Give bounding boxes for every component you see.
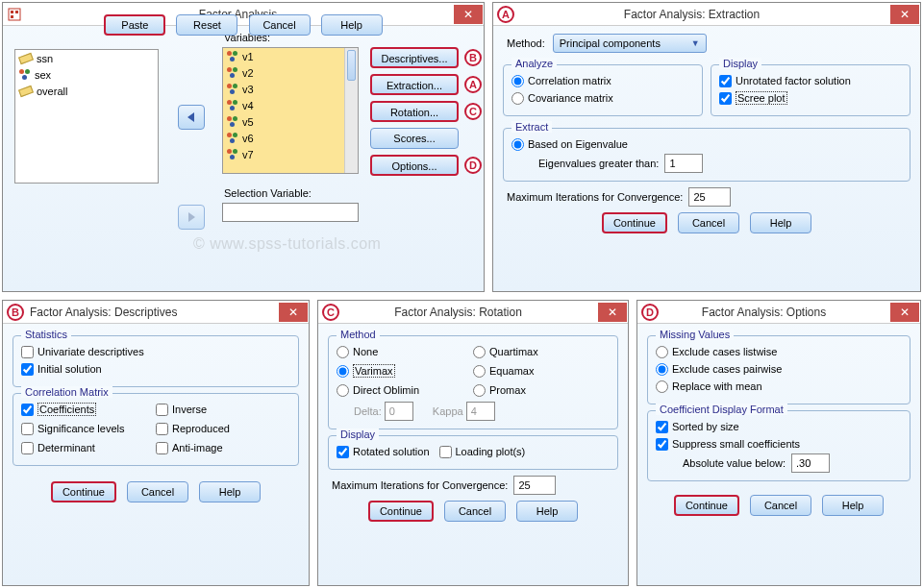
- determinant-check[interactable]: Determinant: [21, 440, 156, 455]
- correlation-matrix-radio[interactable]: Correlation matrix: [511, 73, 694, 88]
- list-item-label: v2: [242, 67, 254, 79]
- coefficients-check[interactable]: Coefficients: [21, 402, 156, 417]
- statistics-legend: Statistics: [21, 329, 71, 340]
- help-button[interactable]: Help: [750, 212, 811, 233]
- eigenvalue-input[interactable]: [664, 154, 703, 173]
- list-item[interactable]: ssn: [15, 50, 158, 66]
- significance-levels-check[interactable]: Significance levels: [21, 421, 156, 436]
- inverse-check[interactable]: Inverse: [156, 402, 290, 417]
- button-label: Descriptives...: [381, 53, 447, 64]
- max-iterations-input[interactable]: [513, 476, 556, 495]
- titlebar: A Factor Analysis: Extraction ✕: [493, 3, 920, 26]
- svg-rect-1: [11, 11, 13, 13]
- button-label: Reset: [193, 19, 221, 31]
- promax-radio[interactable]: Promax: [473, 382, 610, 398]
- badge-c: C: [464, 103, 482, 120]
- continue-button[interactable]: Continue: [51, 481, 116, 502]
- selection-variable-label: Selection Variable:: [224, 187, 312, 199]
- option-label: Initial solution: [37, 363, 102, 375]
- list-item[interactable]: v3: [223, 81, 358, 97]
- none-radio[interactable]: None: [337, 344, 473, 359]
- close-icon[interactable]: ✕: [890, 303, 919, 322]
- close-icon[interactable]: ✕: [279, 303, 308, 322]
- list-item-label: v7: [242, 149, 254, 160]
- option-label: Unrotated factor solution: [736, 75, 851, 86]
- max-iterations-input[interactable]: [688, 187, 731, 207]
- method-combo[interactable]: Principal components ▼: [553, 34, 707, 53]
- cancel-button[interactable]: Cancel: [249, 14, 311, 36]
- univariate-descriptives-check[interactable]: Univariate descriptives: [21, 344, 290, 359]
- cancel-button[interactable]: Cancel: [678, 212, 739, 233]
- continue-button[interactable]: Continue: [674, 495, 739, 516]
- selection-variable-input[interactable]: [222, 203, 359, 222]
- list-item[interactable]: v7: [223, 146, 358, 162]
- continue-button[interactable]: Continue: [602, 212, 667, 233]
- rotated-solution-check[interactable]: Rotated solution: [337, 444, 430, 459]
- nominal-icon: [227, 51, 238, 62]
- list-item[interactable]: v4: [223, 97, 358, 113]
- button-label: Continue: [613, 217, 656, 229]
- covariance-matrix-radio[interactable]: Covariance matrix: [511, 90, 694, 106]
- option-label: None: [353, 346, 378, 357]
- move-variable-button[interactable]: [178, 105, 205, 130]
- descriptives-button[interactable]: Descriptives...: [370, 47, 459, 68]
- option-label: Promax: [489, 384, 526, 396]
- close-icon[interactable]: ✕: [598, 303, 627, 322]
- list-item[interactable]: v5: [223, 113, 358, 130]
- badge-b: B: [7, 304, 24, 321]
- absolute-value-input[interactable]: [791, 453, 830, 473]
- cancel-button[interactable]: Cancel: [127, 481, 188, 502]
- paste-button[interactable]: Paste: [104, 14, 165, 36]
- target-variable-list[interactable]: v1 v2 v3 v4 v5 v6 v7: [222, 47, 359, 174]
- list-item[interactable]: v1: [223, 48, 358, 64]
- exclude-pairwise-radio[interactable]: Exclude cases pairwise: [656, 361, 902, 377]
- loading-plots-check[interactable]: Loading plot(s): [439, 444, 526, 459]
- reset-button[interactable]: Reset: [176, 14, 237, 36]
- scrollbar[interactable]: [344, 48, 358, 173]
- direct-oblimin-radio[interactable]: Direct Oblimin: [337, 382, 473, 398]
- varimax-radio[interactable]: Varimax: [337, 363, 473, 379]
- option-label: Covariance matrix: [528, 92, 613, 104]
- button-label: Continue: [62, 486, 105, 498]
- cancel-button[interactable]: Cancel: [444, 501, 506, 522]
- rotation-button[interactable]: Rotation...: [370, 101, 459, 122]
- option-label: Determinant: [37, 442, 95, 453]
- suppress-small-check[interactable]: Suppress small coefficients: [656, 436, 902, 452]
- option-label: Scree plot: [736, 91, 787, 105]
- source-variable-list[interactable]: ssn sex overall: [14, 49, 159, 184]
- list-item[interactable]: overall: [15, 83, 158, 99]
- list-item[interactable]: v6: [223, 130, 358, 146]
- sorted-by-size-check[interactable]: Sorted by size: [656, 419, 902, 434]
- badge-a: A: [497, 6, 514, 23]
- equamax-radio[interactable]: Equamax: [473, 363, 610, 379]
- option-label: Exclude cases pairwise: [672, 363, 782, 375]
- unrotated-solution-check[interactable]: Unrotated factor solution: [719, 73, 902, 88]
- titlebar: D Factor Analysis: Options ✕: [637, 301, 920, 324]
- kappa-input: [466, 402, 495, 421]
- option-label: Univariate descriptives: [37, 346, 144, 357]
- initial-solution-check[interactable]: Initial solution: [21, 361, 290, 377]
- move-selection-button[interactable]: [178, 205, 205, 230]
- extraction-button[interactable]: Extraction...: [370, 74, 459, 95]
- scree-plot-check[interactable]: Scree plot: [719, 90, 902, 106]
- list-item[interactable]: v2: [223, 64, 358, 81]
- reproduced-check[interactable]: Reproduced: [156, 421, 290, 436]
- close-icon[interactable]: ✕: [890, 5, 919, 24]
- list-item[interactable]: sex: [15, 66, 158, 83]
- option-label: Loading plot(s): [456, 446, 526, 457]
- help-button[interactable]: Help: [516, 501, 578, 522]
- continue-button[interactable]: Continue: [368, 501, 434, 522]
- help-button[interactable]: Help: [321, 14, 383, 36]
- options-button[interactable]: Options...: [370, 155, 459, 176]
- delta-input: [385, 402, 413, 421]
- help-button[interactable]: Help: [822, 495, 884, 516]
- replace-mean-radio[interactable]: Replace with mean: [656, 379, 902, 394]
- option-label: Suppress small coefficients: [672, 438, 800, 450]
- exclude-listwise-radio[interactable]: Exclude cases listwise: [656, 344, 902, 359]
- scores-button[interactable]: Scores...: [370, 128, 459, 149]
- anti-image-check[interactable]: Anti-image: [156, 440, 290, 455]
- based-on-eigenvalue-radio[interactable]: Based on Eigenvalue: [511, 136, 902, 152]
- help-button[interactable]: Help: [199, 481, 261, 502]
- cancel-button[interactable]: Cancel: [750, 495, 811, 516]
- quartimax-radio[interactable]: Quartimax: [473, 344, 610, 359]
